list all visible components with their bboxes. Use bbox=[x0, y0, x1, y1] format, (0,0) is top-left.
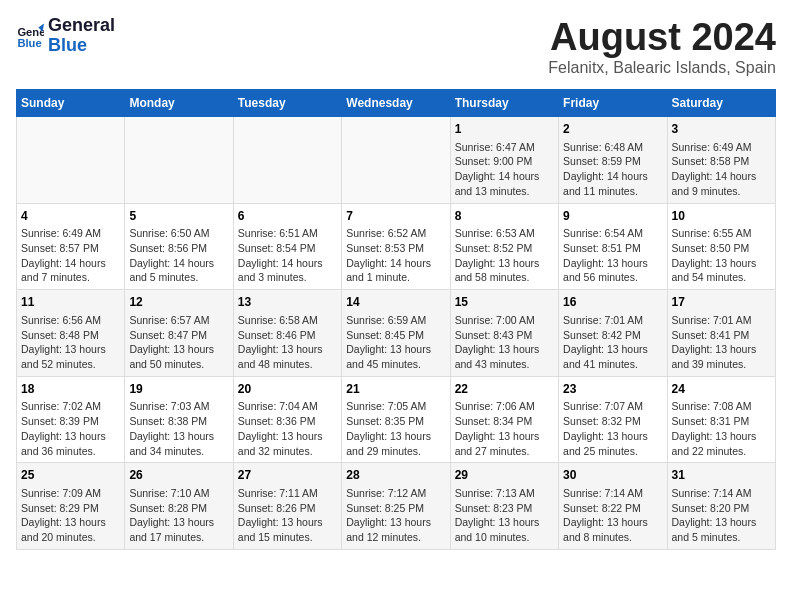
day-info: Sunrise: 6:59 AMSunset: 8:45 PMDaylight:… bbox=[346, 313, 445, 372]
day-info: Sunrise: 7:14 AMSunset: 8:20 PMDaylight:… bbox=[672, 486, 771, 545]
logo-line2: Blue bbox=[48, 36, 115, 56]
calendar-cell: 27Sunrise: 7:11 AMSunset: 8:26 PMDayligh… bbox=[233, 463, 341, 550]
day-info: Sunrise: 7:10 AMSunset: 8:28 PMDaylight:… bbox=[129, 486, 228, 545]
calendar-cell: 19Sunrise: 7:03 AMSunset: 8:38 PMDayligh… bbox=[125, 376, 233, 463]
calendar-cell: 21Sunrise: 7:05 AMSunset: 8:35 PMDayligh… bbox=[342, 376, 450, 463]
day-info: Sunrise: 6:47 AMSunset: 9:00 PMDaylight:… bbox=[455, 140, 554, 199]
calendar-cell: 8Sunrise: 6:53 AMSunset: 8:52 PMDaylight… bbox=[450, 203, 558, 290]
logo-icon: General Blue bbox=[16, 22, 44, 50]
header-day: Wednesday bbox=[342, 90, 450, 117]
day-info: Sunrise: 6:51 AMSunset: 8:54 PMDaylight:… bbox=[238, 226, 337, 285]
day-number: 20 bbox=[238, 381, 337, 398]
svg-text:Blue: Blue bbox=[17, 37, 41, 49]
day-number: 21 bbox=[346, 381, 445, 398]
day-info: Sunrise: 6:52 AMSunset: 8:53 PMDaylight:… bbox=[346, 226, 445, 285]
day-number: 8 bbox=[455, 208, 554, 225]
calendar-cell: 1Sunrise: 6:47 AMSunset: 9:00 PMDaylight… bbox=[450, 117, 558, 204]
day-number: 5 bbox=[129, 208, 228, 225]
header-day: Friday bbox=[559, 90, 667, 117]
calendar-cell: 28Sunrise: 7:12 AMSunset: 8:25 PMDayligh… bbox=[342, 463, 450, 550]
calendar-cell bbox=[125, 117, 233, 204]
day-number: 30 bbox=[563, 467, 662, 484]
calendar-cell: 7Sunrise: 6:52 AMSunset: 8:53 PMDaylight… bbox=[342, 203, 450, 290]
calendar-cell: 22Sunrise: 7:06 AMSunset: 8:34 PMDayligh… bbox=[450, 376, 558, 463]
header-day: Tuesday bbox=[233, 90, 341, 117]
day-number: 2 bbox=[563, 121, 662, 138]
day-number: 15 bbox=[455, 294, 554, 311]
day-number: 17 bbox=[672, 294, 771, 311]
day-info: Sunrise: 7:03 AMSunset: 8:38 PMDaylight:… bbox=[129, 399, 228, 458]
day-number: 6 bbox=[238, 208, 337, 225]
calendar-cell: 9Sunrise: 6:54 AMSunset: 8:51 PMDaylight… bbox=[559, 203, 667, 290]
calendar-cell: 20Sunrise: 7:04 AMSunset: 8:36 PMDayligh… bbox=[233, 376, 341, 463]
calendar-cell: 11Sunrise: 6:56 AMSunset: 8:48 PMDayligh… bbox=[17, 290, 125, 377]
day-info: Sunrise: 7:06 AMSunset: 8:34 PMDaylight:… bbox=[455, 399, 554, 458]
calendar-cell: 30Sunrise: 7:14 AMSunset: 8:22 PMDayligh… bbox=[559, 463, 667, 550]
day-info: Sunrise: 6:58 AMSunset: 8:46 PMDaylight:… bbox=[238, 313, 337, 372]
day-number: 14 bbox=[346, 294, 445, 311]
day-info: Sunrise: 7:01 AMSunset: 8:41 PMDaylight:… bbox=[672, 313, 771, 372]
day-info: Sunrise: 6:49 AMSunset: 8:58 PMDaylight:… bbox=[672, 140, 771, 199]
calendar-week-row: 1Sunrise: 6:47 AMSunset: 9:00 PMDaylight… bbox=[17, 117, 776, 204]
day-info: Sunrise: 7:05 AMSunset: 8:35 PMDaylight:… bbox=[346, 399, 445, 458]
calendar-cell: 31Sunrise: 7:14 AMSunset: 8:20 PMDayligh… bbox=[667, 463, 775, 550]
day-number: 22 bbox=[455, 381, 554, 398]
calendar-cell: 2Sunrise: 6:48 AMSunset: 8:59 PMDaylight… bbox=[559, 117, 667, 204]
calendar-cell bbox=[342, 117, 450, 204]
calendar-week-row: 25Sunrise: 7:09 AMSunset: 8:29 PMDayligh… bbox=[17, 463, 776, 550]
calendar-cell: 24Sunrise: 7:08 AMSunset: 8:31 PMDayligh… bbox=[667, 376, 775, 463]
day-number: 24 bbox=[672, 381, 771, 398]
day-number: 27 bbox=[238, 467, 337, 484]
page-header: General Blue General Blue August 2024 Fe… bbox=[16, 16, 776, 77]
calendar-cell bbox=[17, 117, 125, 204]
day-number: 13 bbox=[238, 294, 337, 311]
calendar-cell: 16Sunrise: 7:01 AMSunset: 8:42 PMDayligh… bbox=[559, 290, 667, 377]
day-number: 31 bbox=[672, 467, 771, 484]
day-number: 10 bbox=[672, 208, 771, 225]
header-day: Monday bbox=[125, 90, 233, 117]
subtitle: Felanitx, Balearic Islands, Spain bbox=[548, 59, 776, 77]
day-number: 16 bbox=[563, 294, 662, 311]
calendar-table: SundayMondayTuesdayWednesdayThursdayFrid… bbox=[16, 89, 776, 550]
calendar-cell: 17Sunrise: 7:01 AMSunset: 8:41 PMDayligh… bbox=[667, 290, 775, 377]
day-number: 26 bbox=[129, 467, 228, 484]
day-number: 29 bbox=[455, 467, 554, 484]
day-number: 28 bbox=[346, 467, 445, 484]
day-info: Sunrise: 6:53 AMSunset: 8:52 PMDaylight:… bbox=[455, 226, 554, 285]
day-number: 4 bbox=[21, 208, 120, 225]
day-info: Sunrise: 7:08 AMSunset: 8:31 PMDaylight:… bbox=[672, 399, 771, 458]
calendar-cell: 25Sunrise: 7:09 AMSunset: 8:29 PMDayligh… bbox=[17, 463, 125, 550]
day-info: Sunrise: 6:55 AMSunset: 8:50 PMDaylight:… bbox=[672, 226, 771, 285]
day-number: 1 bbox=[455, 121, 554, 138]
calendar-week-row: 11Sunrise: 6:56 AMSunset: 8:48 PMDayligh… bbox=[17, 290, 776, 377]
logo: General Blue General Blue bbox=[16, 16, 115, 56]
day-info: Sunrise: 6:50 AMSunset: 8:56 PMDaylight:… bbox=[129, 226, 228, 285]
day-number: 19 bbox=[129, 381, 228, 398]
day-number: 12 bbox=[129, 294, 228, 311]
calendar-cell: 13Sunrise: 6:58 AMSunset: 8:46 PMDayligh… bbox=[233, 290, 341, 377]
calendar-cell: 14Sunrise: 6:59 AMSunset: 8:45 PMDayligh… bbox=[342, 290, 450, 377]
day-info: Sunrise: 7:11 AMSunset: 8:26 PMDaylight:… bbox=[238, 486, 337, 545]
calendar-cell: 6Sunrise: 6:51 AMSunset: 8:54 PMDaylight… bbox=[233, 203, 341, 290]
day-info: Sunrise: 7:02 AMSunset: 8:39 PMDaylight:… bbox=[21, 399, 120, 458]
day-info: Sunrise: 6:57 AMSunset: 8:47 PMDaylight:… bbox=[129, 313, 228, 372]
day-number: 7 bbox=[346, 208, 445, 225]
logo-line1: General bbox=[48, 16, 115, 36]
calendar-cell: 4Sunrise: 6:49 AMSunset: 8:57 PMDaylight… bbox=[17, 203, 125, 290]
calendar-cell: 10Sunrise: 6:55 AMSunset: 8:50 PMDayligh… bbox=[667, 203, 775, 290]
header-day: Thursday bbox=[450, 90, 558, 117]
calendar-cell: 26Sunrise: 7:10 AMSunset: 8:28 PMDayligh… bbox=[125, 463, 233, 550]
calendar-cell: 23Sunrise: 7:07 AMSunset: 8:32 PMDayligh… bbox=[559, 376, 667, 463]
day-info: Sunrise: 6:48 AMSunset: 8:59 PMDaylight:… bbox=[563, 140, 662, 199]
calendar-cell: 15Sunrise: 7:00 AMSunset: 8:43 PMDayligh… bbox=[450, 290, 558, 377]
day-number: 11 bbox=[21, 294, 120, 311]
day-info: Sunrise: 7:01 AMSunset: 8:42 PMDaylight:… bbox=[563, 313, 662, 372]
header-day: Sunday bbox=[17, 90, 125, 117]
day-number: 25 bbox=[21, 467, 120, 484]
title-area: August 2024 Felanitx, Balearic Islands, … bbox=[548, 16, 776, 77]
day-info: Sunrise: 7:13 AMSunset: 8:23 PMDaylight:… bbox=[455, 486, 554, 545]
day-info: Sunrise: 7:14 AMSunset: 8:22 PMDaylight:… bbox=[563, 486, 662, 545]
calendar-cell: 29Sunrise: 7:13 AMSunset: 8:23 PMDayligh… bbox=[450, 463, 558, 550]
day-info: Sunrise: 6:54 AMSunset: 8:51 PMDaylight:… bbox=[563, 226, 662, 285]
calendar-week-row: 4Sunrise: 6:49 AMSunset: 8:57 PMDaylight… bbox=[17, 203, 776, 290]
